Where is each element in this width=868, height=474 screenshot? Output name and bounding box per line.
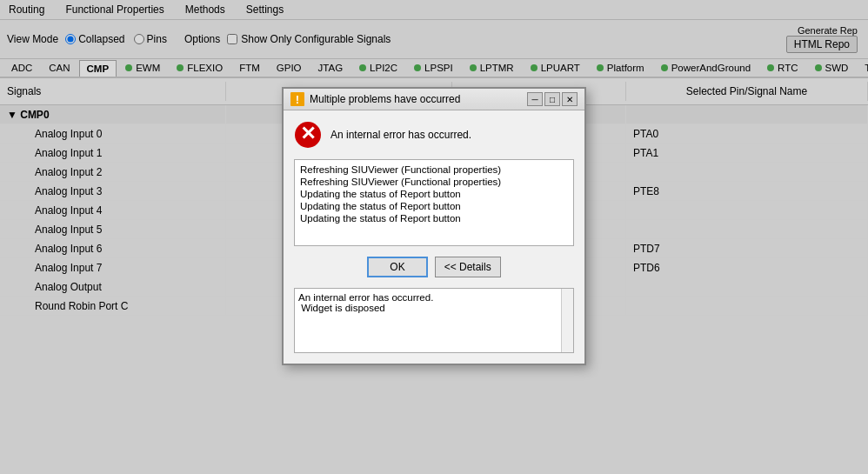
message-item[interactable]: Updating the status of Report button (298, 212, 570, 224)
error-header: ✕ An internal error has occurred. (294, 121, 574, 149)
error-dialog: ! Multiple problems have occurred ─ □ ✕ … (282, 87, 586, 365)
details-area: An internal error has occurred. Widget i… (294, 288, 574, 353)
error-message: An internal error has occurred. (331, 129, 471, 141)
message-item[interactable]: Refreshing SIUViewer (Functional propert… (298, 164, 570, 176)
svg-text:✕: ✕ (300, 123, 316, 144)
message-item[interactable]: Updating the status of Report button (298, 200, 570, 212)
details-text: An internal error has occurred. Widget i… (298, 292, 570, 313)
dialog-overlay: ! Multiple problems have occurred ─ □ ✕ … (0, 0, 868, 474)
message-list[interactable]: Refreshing SIUViewer (Functional propert… (294, 159, 574, 246)
warning-icon: ! (290, 92, 304, 106)
ok-button[interactable]: OK (367, 257, 427, 277)
dialog-controls: ─ □ ✕ (527, 92, 578, 106)
dialog-close-button[interactable]: ✕ (562, 92, 578, 106)
dialog-maximize-button[interactable]: □ (544, 92, 560, 106)
dialog-body: ✕ An internal error has occurred. Refres… (284, 110, 584, 364)
details-scrollbar[interactable] (561, 289, 573, 352)
message-item[interactable]: Refreshing SIUViewer (Functional propert… (298, 176, 570, 188)
dialog-titlebar: ! Multiple problems have occurred ─ □ ✕ (284, 89, 584, 110)
svg-text:!: ! (296, 93, 299, 106)
dialog-title: Multiple problems have occurred (310, 93, 460, 105)
message-item[interactable]: Updating the status of Report button (298, 188, 570, 200)
details-button[interactable]: << Details (435, 257, 501, 277)
dialog-buttons: OK << Details (294, 257, 574, 277)
dialog-minimize-button[interactable]: ─ (527, 92, 543, 106)
error-icon-large: ✕ (294, 121, 322, 149)
